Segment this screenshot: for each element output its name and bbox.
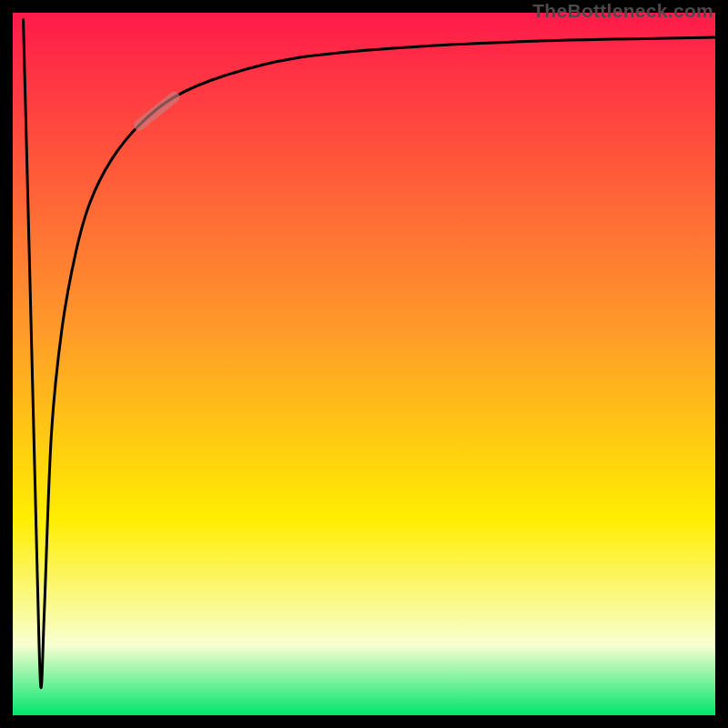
plot-area [13, 13, 715, 715]
watermark-text: TheBottleneck.com [532, 0, 713, 22]
gradient-background [13, 13, 715, 715]
chart-svg [13, 13, 715, 715]
chart-frame: TheBottleneck.com [0, 0, 728, 728]
